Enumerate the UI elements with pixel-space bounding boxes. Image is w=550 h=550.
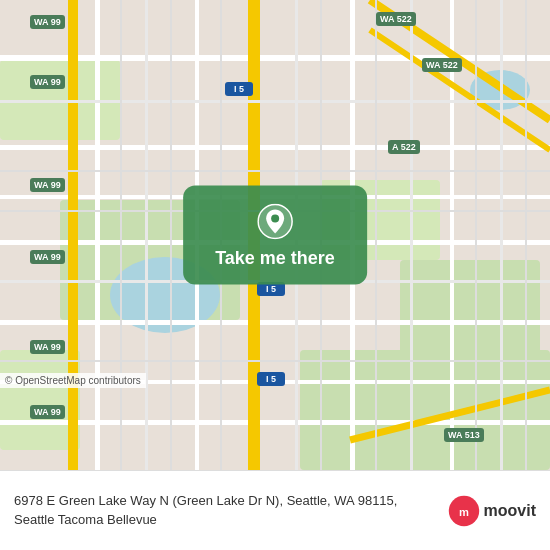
cta-label: Take me there (215, 248, 335, 269)
shield-a522: A 522 (388, 140, 420, 154)
svg-rect-25 (0, 100, 550, 103)
shield-i5-1: I 5 (225, 82, 253, 96)
svg-rect-15 (0, 420, 550, 425)
svg-rect-29 (410, 0, 413, 470)
svg-rect-30 (500, 0, 503, 470)
shield-wa99-5: WA 99 (30, 340, 65, 354)
svg-rect-35 (170, 0, 172, 470)
svg-rect-20 (68, 0, 78, 470)
address-text: 6978 E Green Lake Way N (Green Lake Dr N… (14, 492, 436, 528)
shield-wa99-2: WA 99 (30, 75, 65, 89)
svg-rect-6 (300, 350, 550, 470)
location-pin-icon (257, 204, 293, 240)
moovit-icon: m (448, 495, 480, 527)
svg-rect-40 (525, 0, 527, 470)
svg-rect-33 (0, 360, 550, 362)
svg-text:m: m (459, 505, 469, 517)
svg-rect-10 (0, 145, 550, 150)
svg-rect-16 (95, 0, 100, 470)
svg-rect-34 (120, 0, 122, 470)
svg-rect-4 (400, 260, 540, 360)
svg-point-42 (271, 215, 279, 223)
take-me-there-button[interactable]: Take me there (183, 186, 367, 285)
svg-rect-13 (0, 320, 550, 325)
moovit-name: moovit (484, 502, 536, 520)
shield-wa513: WA 513 (444, 428, 484, 442)
svg-rect-38 (375, 0, 377, 470)
shield-wa99-1: WA 99 (30, 15, 65, 29)
shield-wa522-1: WA 522 (376, 12, 416, 26)
bottom-bar: 6978 E Green Lake Way N (Green Lake Dr N… (0, 470, 550, 550)
osm-credit: © OpenStreetMap contributors (0, 373, 146, 388)
svg-rect-31 (0, 170, 550, 172)
shield-wa99-6: WA 99 (30, 405, 65, 419)
svg-rect-9 (0, 55, 550, 61)
map-container: WA 99 WA 99 WA 99 WA 99 WA 99 WA 99 WA 5… (0, 0, 550, 470)
svg-rect-39 (475, 0, 477, 470)
shield-wa99-4: WA 99 (30, 250, 65, 264)
moovit-logo: m moovit (448, 495, 536, 527)
shield-i5-3: I 5 (257, 372, 285, 386)
shield-wa99-3: WA 99 (30, 178, 65, 192)
shield-wa522-2: WA 522 (422, 58, 462, 72)
svg-rect-27 (145, 0, 148, 470)
